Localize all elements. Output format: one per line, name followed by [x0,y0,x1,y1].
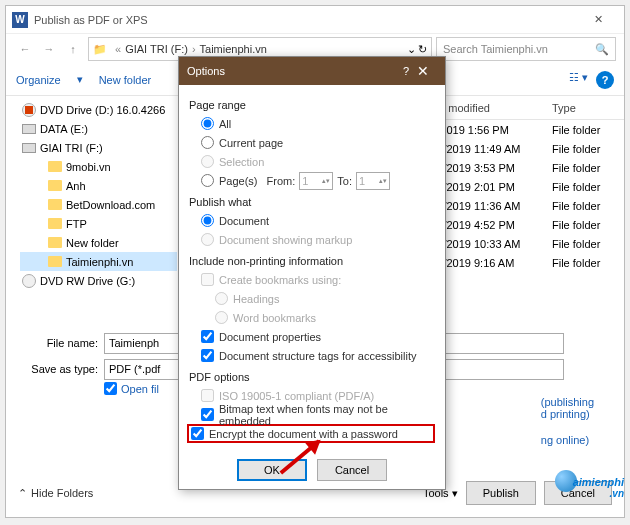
word-icon: W [12,12,28,28]
dvd-office-icon [22,103,36,117]
help-icon[interactable]: ? [596,71,614,89]
from-spinner[interactable]: 1▴▾ [299,172,333,190]
search-placeholder: Search Taimienphi.vn [443,43,548,55]
check-iso [201,389,214,402]
folder-icon [48,161,62,172]
newfolder-button[interactable]: New folder [99,74,152,86]
include-np-label: Include non-printing information [189,255,435,267]
dropdown-icon[interactable]: ⌄ [407,43,416,56]
optimize-links: (publishing d printing) ng online) [541,396,594,446]
folder-icon [48,218,62,229]
organize-button[interactable]: Organize [16,74,61,86]
tree-item[interactable]: Anh [20,176,177,195]
saveas-label: Save as type: [18,363,98,375]
drive-icon [22,124,36,134]
tree-item[interactable]: DVD Drive (D:) 16.0.4266 [20,100,177,119]
folder-tree: DVD Drive (D:) 16.0.4266DATA (E:)GIAI TR… [6,96,181,324]
view-button[interactable]: ☷ ▾ [569,71,588,89]
check-bitmap[interactable] [201,408,214,421]
tree-item[interactable]: DATA (E:) [20,119,177,138]
tree-item[interactable]: GIAI TRI (F:) [20,138,177,157]
dialog-close-icon[interactable]: ✕ [409,63,437,79]
page-range-label: Page range [189,99,435,111]
check-docstruct[interactable] [201,349,214,362]
to-spinner[interactable]: 1▴▾ [356,172,390,190]
check-docprops[interactable] [201,330,214,343]
close-icon[interactable]: ✕ [578,13,618,26]
options-dialog: Options ? ✕ Page range All Current page … [178,56,446,490]
tree-item[interactable]: DVD RW Drive (G:) [20,271,177,290]
radio-selection [201,155,214,168]
radio-document[interactable] [201,214,214,227]
watermark: aimienphi .vn [555,470,624,499]
radio-markup [201,233,214,246]
folder-icon [48,180,62,191]
radio-headings [215,292,228,305]
check-bookmarks [201,273,214,286]
refresh-icon[interactable]: ↻ [418,43,427,56]
back-button[interactable]: ← [14,38,36,60]
check-encrypt[interactable] [191,427,204,440]
publish-what-label: Publish what [189,196,435,208]
col-type[interactable]: Type [544,102,624,114]
breadcrumb-folder[interactable]: Taimienphi.vn [200,43,267,55]
search-icon[interactable]: 🔍 [595,43,609,56]
openfile-checkbox[interactable] [104,382,117,395]
radio-pages[interactable] [201,174,214,187]
hide-folders-button[interactable]: ⌃ Hide Folders [18,487,93,500]
dialog-title: Options [187,65,403,77]
dialog-cancel-button[interactable]: Cancel [317,459,387,481]
tree-item[interactable]: New folder [20,233,177,252]
radio-wordbm [215,311,228,324]
publish-button[interactable]: Publish [466,481,536,505]
titlebar: W Publish as PDF or XPS ✕ [6,6,624,34]
folder-icon: 📁 [93,43,107,56]
dvd-icon [22,274,36,288]
search-input[interactable]: Search Taimienphi.vn 🔍 [436,37,616,61]
tree-item[interactable]: Taimienphi.vn [20,252,177,271]
folder-icon [48,256,62,267]
chevron-up-icon: ⌃ [18,487,27,500]
pdf-options-label: PDF options [189,371,435,383]
radio-all[interactable] [201,117,214,130]
folder-icon [48,237,62,248]
drive-icon [22,143,36,153]
up-button[interactable]: ↑ [62,38,84,60]
window-title: Publish as PDF or XPS [34,14,578,26]
folder-icon [48,199,62,210]
tree-item[interactable]: 9mobi.vn [20,157,177,176]
breadcrumb-drive[interactable]: GIAI TRI (F:) [125,43,188,55]
tree-item[interactable]: BetDownload.com [20,195,177,214]
tree-item[interactable]: FTP [20,214,177,233]
forward-button[interactable]: → [38,38,60,60]
openfile-label: Open fil [121,383,159,395]
radio-current[interactable] [201,136,214,149]
filename-label: File name: [18,337,98,349]
